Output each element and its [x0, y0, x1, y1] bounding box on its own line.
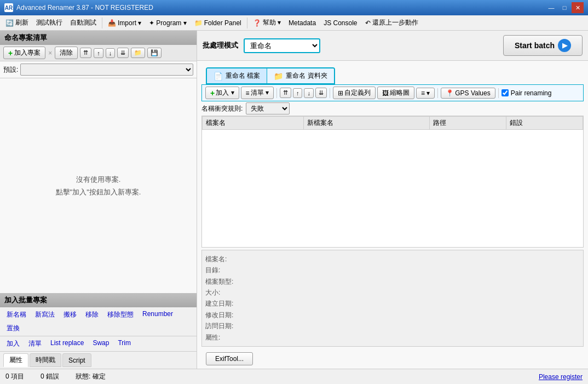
- batch-remove[interactable]: 移除: [82, 309, 102, 320]
- toolbar-sep-4: [498, 88, 499, 98]
- plus-icon: +: [8, 49, 13, 58]
- list-icon: ≡: [246, 89, 250, 97]
- app-icon: AR: [4, 3, 13, 12]
- pair-renaming-checkbox[interactable]: [501, 89, 509, 96]
- folder-icon: 📁: [194, 19, 203, 27]
- file-table-element: 檔案名 新檔案名 路徑 錯設: [202, 116, 583, 130]
- move-bottom-button[interactable]: ⇊: [117, 48, 129, 58]
- batch-mode-label: 批處理模式: [203, 41, 238, 50]
- file-folder-tabs: 📄 重命名 檔案 📁 重命名 資料夾: [206, 67, 335, 84]
- add-plus-icon: +: [210, 89, 215, 98]
- pair-renaming-label[interactable]: Pair renaming: [501, 89, 552, 97]
- status-state: 狀態: 確定: [76, 372, 106, 381]
- col-path: 路徑: [430, 117, 506, 130]
- maximize-button[interactable]: □: [558, 2, 570, 13]
- batch-trim[interactable]: Trim: [114, 338, 134, 349]
- info-modified-row: 修改日期:: [205, 310, 233, 320]
- info-directory-label: 目錄:: [205, 265, 220, 276]
- menu-auto-test[interactable]: 自動測試: [67, 16, 100, 29]
- title-bar: AR Advanced Renamer 3.87 - NOT REGISTERE…: [0, 0, 588, 15]
- batch-list[interactable]: 清單: [25, 338, 45, 349]
- col-new-filename: 新檔案名: [304, 117, 430, 130]
- dots-button[interactable]: ≡ ▾: [416, 88, 435, 99]
- menu-sep-1: [102, 18, 102, 28]
- menu-sep-2: [247, 18, 247, 28]
- info-size-label: 大小:: [205, 287, 220, 298]
- naming-conflict-row: 名稱衝突規則: 失敗: [201, 102, 584, 114]
- open-folder-button[interactable]: 📁: [131, 48, 145, 58]
- file-table: 檔案名 新檔案名 路徑 錯設: [201, 116, 584, 248]
- menu-program[interactable]: ✦ Program ▾: [146, 18, 189, 28]
- save-button[interactable]: 💾: [147, 48, 162, 58]
- start-batch-button[interactable]: Start batch ▶: [503, 35, 583, 56]
- arrow-top-button[interactable]: ⇈: [280, 88, 291, 98]
- file-folder-tabs-container: 📄 重命名 檔案 📁 重命名 資料夾: [201, 64, 584, 84]
- info-filename-row: 檔案名:: [205, 254, 580, 265]
- gps-values-button[interactable]: 📍 GPS Values: [441, 88, 495, 99]
- batch-swap[interactable]: Swap: [89, 338, 112, 349]
- register-link[interactable]: Please register: [539, 373, 583, 381]
- tab-attributes[interactable]: 屬性: [3, 353, 28, 367]
- batch-replace[interactable]: 置換: [3, 323, 23, 334]
- close-button[interactable]: ✕: [572, 2, 584, 13]
- batch-add[interactable]: 加入: [3, 338, 23, 349]
- menu-undo[interactable]: ↶ 還原上一步動作: [362, 16, 422, 29]
- preset-row: 預設:: [0, 61, 197, 78]
- refresh-icon: 🔄: [5, 19, 14, 27]
- naming-conflict-label: 名稱衝突規則:: [201, 104, 243, 113]
- status-bar: 0 項目 0 錯誤 狀態: 確定 Please register: [0, 369, 588, 384]
- batch-remove-type[interactable]: 移除型態: [104, 309, 137, 320]
- exiftool-button[interactable]: ExifTool...: [206, 352, 253, 365]
- custom-col-button[interactable]: ⊞ 自定義列: [333, 87, 376, 99]
- add-project-button[interactable]: + 加入專案: [3, 47, 45, 59]
- left-toolbar: + 加入專案 × 清除 ⇈ ↑ ↓ ⇊ 📁 💾: [0, 45, 197, 61]
- arrow-bottom-button[interactable]: ⇊: [315, 88, 327, 98]
- tab-timestamp[interactable]: 時間戳: [30, 353, 61, 367]
- batch-renumber[interactable]: Renumber: [139, 309, 176, 320]
- toolbar-sep-3: [437, 88, 438, 98]
- batch-list-replace[interactable]: List replace: [47, 338, 87, 349]
- right-panel: 批處理模式 重命名 Start batch ▶ 📄 重命名 檔案 📁 重命名 資…: [197, 31, 588, 369]
- list-button[interactable]: ≡ 清單 ▾: [241, 87, 274, 99]
- col-error: 錯設: [506, 117, 583, 130]
- info-directory-row: 目錄:: [205, 265, 580, 276]
- batch-move[interactable]: 搬移: [60, 309, 80, 320]
- menu-js-console[interactable]: JS Console: [320, 18, 360, 28]
- title-bar-text: Advanced Renamer 3.87 - NOT REGISTERED: [16, 4, 542, 12]
- clear-button[interactable]: 清除: [55, 47, 78, 59]
- menu-metadata[interactable]: Metadata: [285, 18, 319, 28]
- info-created-row: 建立日期:: [205, 298, 233, 309]
- tab-rename-folders[interactable]: 📁 重命名 資料夾: [267, 68, 333, 83]
- batch-new-name[interactable]: 新名稱: [3, 309, 30, 320]
- batch-mode-select[interactable]: 重命名: [244, 38, 320, 53]
- program-icon: ✦: [149, 19, 154, 27]
- preset-select[interactable]: [20, 64, 193, 76]
- play-icon: ▶: [558, 39, 571, 52]
- top-controls: 批處理模式 重命名 Start batch ▶: [197, 31, 588, 61]
- import-icon: 📥: [108, 19, 116, 27]
- abbreviate-button[interactable]: 🖼 縮略圖: [377, 87, 414, 99]
- menu-folder-panel[interactable]: 📁 Folder Panel: [191, 18, 245, 28]
- separator: ×: [48, 49, 52, 57]
- add-button[interactable]: + 加入 ▾: [205, 87, 239, 99]
- menu-import[interactable]: 📥 Import ▾: [105, 18, 145, 28]
- tab-script[interactable]: Script: [62, 353, 91, 367]
- info-attributes-label: 屬性:: [205, 332, 220, 343]
- move-down-button[interactable]: ↓: [106, 48, 116, 58]
- menu-help[interactable]: ❓ 幫助 ▾: [250, 16, 284, 29]
- minimize-button[interactable]: —: [545, 2, 557, 13]
- move-up-button[interactable]: ↑: [94, 48, 103, 58]
- info-dates-left: 建立日期: 修改日期: 訪問日期: 屬性:: [205, 298, 233, 343]
- arrow-down-button[interactable]: ↓: [304, 88, 314, 98]
- menu-test-run[interactable]: 測試執行: [33, 16, 66, 29]
- info-attributes-row: 屬性:: [205, 332, 233, 343]
- columns-icon: ⊞: [338, 89, 343, 97]
- info-created-label: 建立日期:: [205, 298, 233, 309]
- arrow-up-button[interactable]: ↑: [293, 88, 303, 98]
- menu-refresh[interactable]: 🔄 刷新: [2, 16, 32, 29]
- move-top-button[interactable]: ⇈: [80, 48, 91, 58]
- tab-rename-files[interactable]: 📄 重命名 檔案: [207, 68, 267, 83]
- window-controls: — □ ✕: [545, 2, 584, 13]
- batch-new-method[interactable]: 新寫法: [32, 309, 58, 320]
- naming-conflict-select[interactable]: 失敗: [246, 102, 290, 114]
